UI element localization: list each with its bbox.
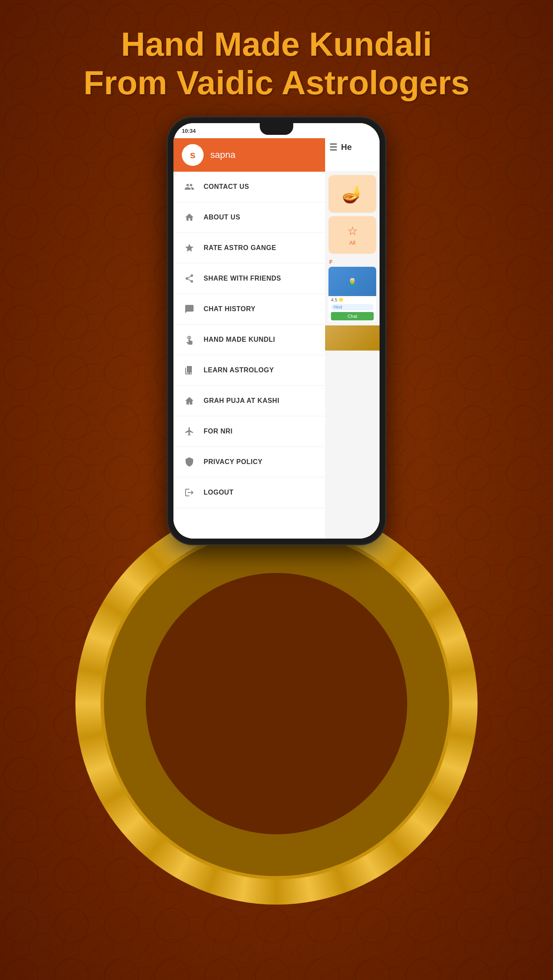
drawer-header: s sapna <box>173 138 328 172</box>
star-rating-icon: ⭐ <box>338 297 344 302</box>
about-us-icon <box>182 210 197 225</box>
about-us-label: ABOUT US <box>204 214 240 221</box>
drawer-item-privacy-policy[interactable]: PRIVACY POLICY <box>173 447 328 477</box>
drawer-item-about-us[interactable]: ABOUT US <box>173 202 328 233</box>
learn-astrology-icon <box>182 363 197 378</box>
phone-wrapper: 10:34 📶 LTE 4G 🔋 s sapna <box>168 117 385 544</box>
hindi-badge: Hind <box>331 304 374 310</box>
screen-content: s sapna CONTACT US <box>173 138 380 539</box>
drawer-item-grah-puja[interactable]: GRAH PUJA AT KASHI <box>173 386 328 416</box>
chat-button[interactable]: Chat <box>331 312 374 320</box>
person-emoji: 👨‍🦳 <box>348 278 357 286</box>
card-star: ☆ All <box>328 216 376 254</box>
hand-made-kundli-label: HAND MADE KUNDLI <box>204 336 275 343</box>
contact-us-label: CONTACT US <box>204 183 249 191</box>
right-panel: ☰ He 🪔 ☆ All F 👨‍🦳 <box>325 123 380 539</box>
featured-label: F <box>325 257 380 267</box>
phone-screen: 10:34 📶 LTE 4G 🔋 s sapna <box>173 123 380 539</box>
grah-puja-label: GRAH PUJA AT KASHI <box>204 397 279 405</box>
privacy-policy-label: PRIVACY POLICY <box>204 458 263 466</box>
for-nri-icon <box>182 424 197 439</box>
drawer-item-contact-us[interactable]: CONTACT US <box>173 172 328 202</box>
right-panel-header: ☰ He <box>325 123 380 172</box>
drawer-item-learn-astrology[interactable]: LEARN ASTROLOGY <box>173 355 328 386</box>
zodiac-ring-inner <box>101 528 452 879</box>
grah-puja-icon <box>182 393 197 408</box>
chat-history-label: CHAT HISTORY <box>204 305 256 313</box>
privacy-policy-icon <box>182 454 197 469</box>
status-time: 10:34 <box>182 128 196 134</box>
contact-us-icon <box>182 179 197 194</box>
astrologer-card: 👨‍🦳 4.5 ⭐ Hind Chat <box>328 267 376 322</box>
drawer-item-logout[interactable]: LOGOUT <box>173 477 328 508</box>
rating-row: 4.5 ⭐ <box>328 296 376 303</box>
headline-line1: Hand Made Kundali <box>0 25 553 64</box>
rate-astro-label: RATE ASTRO GANGE <box>204 244 276 252</box>
drawer-item-for-nri[interactable]: FOR NRI <box>173 416 328 447</box>
username: sapna <box>210 150 235 160</box>
headline-line2: From Vaidic Astrologers <box>0 64 553 102</box>
for-nri-label: FOR NRI <box>204 428 233 435</box>
drawer-item-hand-made-kundli[interactable]: HAND MADE KUNDLI <box>173 325 328 355</box>
chat-history-icon <box>182 302 197 317</box>
zodiac-ring-inner2 <box>146 573 407 834</box>
card-pot: 🪔 <box>328 175 376 213</box>
drawer-panel: s sapna CONTACT US <box>173 138 328 539</box>
phone-notch <box>260 123 293 135</box>
rate-astro-icon <box>182 240 197 255</box>
astrologer2-image <box>325 325 380 351</box>
all-label: All <box>349 240 355 246</box>
share-icon <box>182 271 197 286</box>
headline: Hand Made Kundali From Vaidic Astrologer… <box>0 25 553 102</box>
hand-made-kundli-icon <box>182 332 197 347</box>
drawer-list: CONTACT US ABOUT US RATE <box>173 172 328 539</box>
right-panel-title: He <box>341 142 352 152</box>
hamburger-icon[interactable]: ☰ <box>329 142 338 153</box>
drawer-item-chat-history[interactable]: CHAT HISTORY <box>173 294 328 325</box>
logout-label: LOGOUT <box>204 489 233 496</box>
pot-emoji: 🪔 <box>342 184 363 204</box>
share-label: SHARE WITH FRIENDS <box>204 275 281 282</box>
learn-astrology-label: LEARN ASTROLOGY <box>204 366 274 374</box>
phone: 10:34 📶 LTE 4G 🔋 s sapna <box>168 117 385 544</box>
user-avatar: s <box>182 144 204 166</box>
zodiac-ring <box>75 503 478 905</box>
avatar-initial: s <box>190 149 195 161</box>
astrologer-image: 👨‍🦳 <box>328 267 376 296</box>
rating-value: 4.5 <box>331 297 337 302</box>
drawer-item-rate-astro[interactable]: RATE ASTRO GANGE <box>173 233 328 263</box>
drawer-item-share[interactable]: SHARE WITH FRIENDS <box>173 263 328 294</box>
logout-icon <box>182 485 197 500</box>
star-icon: ☆ <box>347 224 358 238</box>
